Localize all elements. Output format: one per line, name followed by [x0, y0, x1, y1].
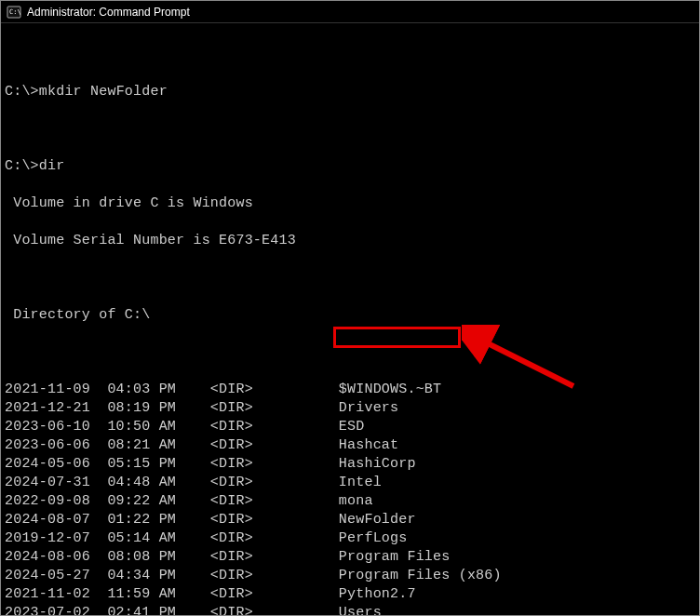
dir-entry: 2024-08-06 08:08 PM <DIR> Program Files — [5, 548, 695, 567]
command-line: C:\>dir — [5, 157, 695, 176]
serial-line: Volume Serial Number is E673-E413 — [5, 232, 695, 250]
blank-line — [5, 46, 695, 64]
command-line: C:\>mkdir NewFolder — [5, 83, 695, 101]
terminal-output[interactable]: C:\>mkdir NewFolder C:\>dir Volume in dr… — [1, 23, 699, 616]
title-bar[interactable]: C:\ Administrator: Command Prompt — [1, 1, 699, 23]
dir-entry: 2023-06-10 10:50 AM <DIR> ESD — [5, 418, 695, 436]
cmd-icon: C:\ — [7, 5, 21, 20]
dir-entry: 2023-06-06 08:21 AM <DIR> Hashcat — [5, 436, 695, 455]
dir-entry: 2023-07-02 02:41 PM <DIR> Users — [5, 604, 695, 616]
dir-entry: 2021-12-21 08:19 PM <DIR> Drivers — [5, 399, 695, 418]
window-title: Administrator: Command Prompt — [27, 6, 190, 19]
volume-line: Volume in drive C is Windows — [5, 194, 695, 213]
blank-line — [5, 269, 695, 288]
dir-entry: 2024-05-27 04:34 PM <DIR> Program Files … — [5, 567, 695, 585]
svg-text:C:\: C:\ — [9, 8, 21, 16]
blank-line — [5, 343, 695, 362]
dir-entry: 2024-08-07 01:22 PM <DIR> NewFolder — [5, 511, 695, 529]
directory-of-line: Directory of C:\ — [5, 306, 695, 325]
dir-entry: 2021-11-09 04:03 PM <DIR> $WINDOWS.~BT — [5, 381, 695, 399]
dir-entry: 2022-09-08 09:22 AM <DIR> mona — [5, 492, 695, 511]
dir-entry: 2024-07-31 04:48 AM <DIR> Intel — [5, 474, 695, 492]
dir-entry: 2024-05-06 05:15 PM <DIR> HashiCorp — [5, 455, 695, 474]
dir-entry: 2021-11-02 11:59 AM <DIR> Python2.7 — [5, 585, 695, 604]
blank-line — [5, 120, 695, 139]
dir-entry: 2019-12-07 05:14 AM <DIR> PerfLogs — [5, 529, 695, 548]
